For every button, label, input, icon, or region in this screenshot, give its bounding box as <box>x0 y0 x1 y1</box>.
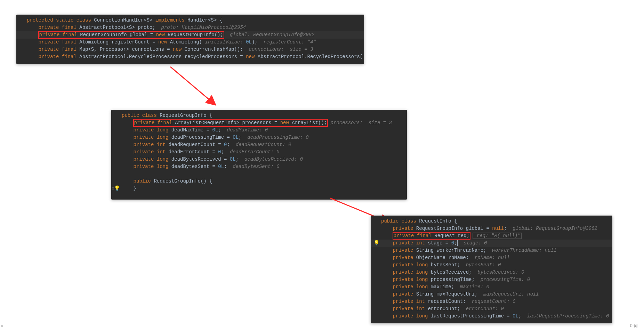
keyword: new <box>280 120 292 126</box>
inline-hint: deadErrorCount: 0 <box>224 149 280 155</box>
arrow-icon <box>167 63 223 112</box>
number: 0L <box>212 127 218 133</box>
code-line-highlighted[interactable]: 💡 private int stage = 0; stage: 0 <box>371 240 612 247</box>
number: 0L <box>233 135 239 140</box>
number: 0 <box>218 149 221 155</box>
selection-marker: > <box>1 324 3 329</box>
declaration: String workerThreadName; <box>416 248 486 253</box>
code-line: private long processingTime; processingT… <box>371 276 612 283</box>
declaration: AbstractProtocol.RecycledProcessors recy… <box>79 54 246 59</box>
keyword: private int <box>134 149 169 155</box>
declaration: AbstractProtocol<S> proto; <box>79 25 155 30</box>
inline-hint: bytesSent: 0 <box>460 262 501 268</box>
text: ; <box>218 127 221 133</box>
code-line: protected static class ConnectionHandler… <box>16 17 364 24</box>
inline-hint: deadBytesReceived: 0 <box>239 156 303 162</box>
keyword: new <box>156 32 168 38</box>
keyword: private final <box>134 120 175 126</box>
inline-hint: deadMaxTime: 0 <box>221 127 268 133</box>
inline-hint: maxTime: 0 <box>454 284 489 290</box>
inline-hint: stage: 0 <box>458 240 487 246</box>
inline-hint: deadBytesSent: 0 <box>227 164 279 169</box>
keyword: private <box>393 291 416 297</box>
word-count-label: 0 词 <box>630 323 638 329</box>
keyword: new <box>158 39 170 45</box>
param-hint: initialValue: <box>202 39 246 45</box>
declaration: AtomicLong registerCount = <box>79 39 158 45</box>
keyword: private final <box>39 25 80 30</box>
generic: <S> <box>144 17 155 23</box>
code-line: ⊟💡 } <box>111 185 407 192</box>
text: ; <box>236 156 239 162</box>
declaration: Map<S, Processor> connections = <box>79 47 173 52</box>
ctor: ConcurrentHashMap(); <box>185 47 243 52</box>
code-line: private final AbstractProtocol<S> proto;… <box>16 24 364 31</box>
inline-hint: proto: Http11NioProtocol@2954 <box>155 25 246 30</box>
text: ; <box>454 240 457 246</box>
keyword: private final <box>39 47 80 52</box>
ctor: AtomicLong( <box>170 39 202 45</box>
declaration: String maxRequestUri; <box>416 291 477 297</box>
declaration: deadRequestCount = <box>168 142 224 147</box>
svg-line-0 <box>170 67 216 105</box>
keyword: private final <box>39 54 80 59</box>
inline-hint: h <box>363 54 364 59</box>
declaration: RequestGroupInfo global = <box>416 226 492 231</box>
declaration: bytesReceived; <box>431 269 472 275</box>
keyword: private <box>393 255 416 260</box>
declaration: processingTime; <box>431 277 475 282</box>
inline-hint: processors: size = 3 <box>328 120 392 126</box>
ctor-name: RequestGroupInfo() { <box>154 178 212 184</box>
code-panel-connection-handler[interactable]: protected static class ConnectionHandler… <box>16 15 364 64</box>
declaration: lastRequestProcessingTime = <box>431 313 513 319</box>
declaration: ArrayList<RequestInfo> processors = <box>175 120 280 126</box>
code-panel-request-info[interactable]: public class RequestInfo { private Reque… <box>371 216 612 323</box>
keyword: private <box>393 248 416 253</box>
highlight-redbox: private final Request req; <box>393 232 470 240</box>
code-line: private RequestGroupInfo global = null; … <box>371 225 612 232</box>
code-line: private long bytesReceived; bytesReceive… <box>371 269 612 276</box>
declaration: stage = <box>428 240 451 246</box>
keyword: private final <box>39 39 80 45</box>
inline-hint: registerCount: "4" <box>258 39 316 45</box>
declaration: errorCount; <box>428 306 460 312</box>
keyword: private long <box>134 127 171 133</box>
keyword: implements <box>155 17 187 23</box>
number: 0L <box>218 164 224 169</box>
bulb-icon[interactable]: 💡 <box>373 240 379 247</box>
number: 0L <box>513 313 518 319</box>
class-name: RequestGroupInfo { <box>160 113 212 118</box>
inline-hint: errorCount: 0 <box>460 306 504 312</box>
code-line: private final AtomicLong registerCount =… <box>16 39 364 46</box>
keyword: private long <box>393 269 431 275</box>
code-line: private ObjectName rpName; rpName: null <box>371 254 612 261</box>
declaration: deadProcessingTime = <box>171 135 233 140</box>
inline-hint: maxRequestUri: null <box>477 291 539 297</box>
highlight-redbox: private final RequestGroupInfo global = … <box>39 31 224 39</box>
keyword: private long <box>393 284 431 290</box>
code-line <box>111 170 407 178</box>
code-line: public RequestGroupInfo() { <box>111 178 407 185</box>
declaration: ObjectName rpName; <box>416 255 469 260</box>
declaration: Request req; <box>434 233 469 239</box>
code-panel-request-group-info[interactable]: public class RequestGroupInfo { private … <box>111 110 407 200</box>
number: 0 <box>451 240 454 246</box>
code-line: private int deadRequestCount = 0; deadRe… <box>111 141 407 148</box>
keyword: new <box>246 54 258 59</box>
code-line: private String workerThreadName; workerT… <box>371 247 612 254</box>
keyword: private int <box>393 299 428 304</box>
keyword: private int <box>134 142 169 147</box>
keyword: protected static class <box>27 17 94 23</box>
inline-hint: deadRequestCount: 0 <box>230 142 291 147</box>
interface-name: Handler <box>187 17 208 23</box>
bulb-icon[interactable]: 💡 <box>114 185 120 192</box>
inline-hint: lastRequestProcessingTime: 0 <box>521 313 609 319</box>
code-line: public class RequestGroupInfo { <box>111 112 407 119</box>
keyword: private <box>393 226 416 231</box>
code-line-highlighted[interactable]: private final RequestGroupInfo global = … <box>16 31 364 39</box>
class-name: ConnectionHandler <box>94 17 144 23</box>
declaration: bytesSent; <box>431 262 460 268</box>
code-line: private String maxRequestUri; maxRequest… <box>371 291 612 298</box>
number: 0L <box>246 39 252 45</box>
code-line: private long deadProcessingTime = 0L; de… <box>111 134 407 141</box>
